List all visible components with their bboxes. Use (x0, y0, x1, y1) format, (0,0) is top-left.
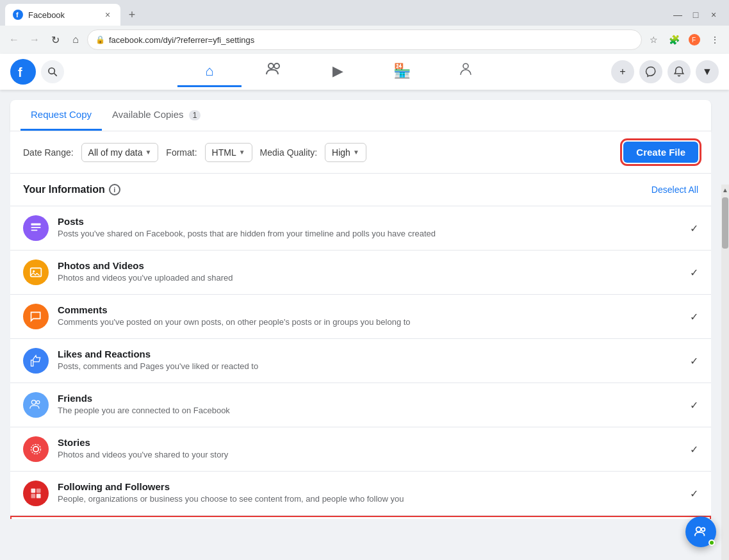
svg-point-24 (701, 528, 705, 532)
browser-title-bar: f Facebook × + — □ × (0, 0, 729, 26)
svg-point-16 (37, 400, 40, 404)
stories-name: Stories (58, 437, 681, 448)
home-icon: ⌂ (205, 63, 213, 79)
forward-button[interactable]: → (26, 31, 44, 49)
posts-desc: Posts you've shared on Facebook, posts t… (58, 228, 681, 240)
format-value: HTML (212, 147, 236, 158)
nav-marketplace[interactable]: 🏪 (370, 56, 434, 87)
refresh-button[interactable]: ↻ (46, 31, 64, 49)
main-content: Request Copy Available Copies 1 Date Ran… (0, 90, 729, 519)
tab-request-copy[interactable]: Request Copy (20, 100, 102, 131)
svg-point-5 (49, 68, 54, 74)
deselect-all-button[interactable]: Deselect All (651, 185, 698, 195)
browser-tab[interactable]: f Facebook × (5, 4, 120, 26)
scrollbar[interactable]: ▲ ▼ (721, 185, 729, 560)
maximize-button[interactable]: □ (688, 7, 703, 22)
back-button[interactable]: ← (5, 31, 23, 49)
browser-controls: ← → ↻ ⌂ 🔒 facebook.com/dyi/?referrer=yfi… (0, 26, 729, 54)
svg-text:F: F (692, 37, 696, 44)
friends-icon (266, 62, 281, 80)
filter-row: Date Range: All of my data ▼ Format: HTM… (10, 131, 711, 174)
likes-check[interactable]: ✓ (690, 355, 698, 367)
date-range-label: Date Range: (23, 147, 74, 158)
svg-point-18 (31, 445, 41, 454)
svg-point-17 (33, 447, 38, 452)
info-help-icon[interactable]: i (109, 184, 120, 195)
scrollbar-up-arrow[interactable]: ▲ (721, 185, 729, 195)
svg-line-6 (54, 73, 57, 76)
list-item: Likes and Reactions Posts, comments and … (10, 339, 711, 383)
stories-check[interactable]: ✓ (690, 443, 698, 456)
list-item: Comments Comments you've posted on your … (10, 295, 711, 339)
svg-rect-11 (31, 227, 41, 228)
following-desc: People, organizations or business you ch… (58, 493, 681, 505)
following-check[interactable]: ✓ (690, 488, 698, 500)
svg-rect-21 (31, 494, 36, 498)
info-section: Your Information i Deselect All Posts Po… (10, 174, 711, 519)
floating-chat-button[interactable] (685, 516, 716, 547)
quality-label: Media Quality: (260, 147, 317, 158)
minimize-button[interactable]: — (670, 7, 685, 22)
svg-rect-19 (31, 489, 36, 493)
photos-desc: Photos and videos you've uploaded and sh… (58, 272, 681, 284)
nav-right: + ▼ (611, 60, 719, 83)
available-copies-badge: 1 (189, 110, 201, 120)
menu-button[interactable]: ⋮ (706, 31, 724, 49)
svg-point-14 (33, 270, 35, 272)
svg-rect-12 (31, 230, 38, 231)
close-window-button[interactable]: × (706, 7, 721, 22)
date-range-dropdown[interactable]: All of my data ▼ (81, 143, 159, 162)
comments-name: Comments (58, 304, 681, 315)
url-text: facebook.com/dyi/?referrer=yfi_settings (109, 35, 634, 45)
quality-value: High (332, 147, 350, 158)
following-icon (23, 481, 49, 506)
browser-right-buttons: ☆ 🧩 F ⋮ (644, 31, 724, 49)
format-dropdown[interactable]: HTML ▼ (205, 143, 252, 162)
add-button[interactable]: + (611, 60, 634, 83)
photos-icon (23, 259, 49, 285)
likes-text: Likes and Reactions Posts, comments and … (58, 349, 681, 372)
address-bar[interactable]: 🔒 facebook.com/dyi/?referrer=yfi_setting… (87, 29, 642, 50)
home-button[interactable]: ⌂ (67, 31, 85, 49)
nav-groups[interactable] (434, 56, 498, 87)
posts-check[interactable]: ✓ (690, 222, 698, 235)
nav-watch[interactable]: ▶ (306, 56, 370, 87)
profile-avatar-button[interactable]: F (685, 31, 703, 49)
nav-friends[interactable] (242, 56, 306, 87)
friends-check[interactable]: ✓ (690, 399, 698, 411)
nav-home[interactable]: ⌂ (177, 56, 242, 87)
create-file-button[interactable]: Create File (623, 142, 698, 163)
likes-icon (23, 348, 49, 374)
facebook-navbar: f ⌂ ▶ 🏪 + ▼ (0, 54, 729, 90)
friends-icon (23, 392, 49, 418)
friends-name: Friends (58, 393, 681, 404)
notifications-button[interactable] (668, 60, 691, 83)
tab-title: Facebook (28, 10, 97, 20)
account-menu-button[interactable]: ▼ (696, 60, 719, 83)
extensions-button[interactable]: 🧩 (665, 31, 683, 49)
svg-point-9 (463, 63, 468, 69)
scrollbar-thumb[interactable] (722, 197, 728, 249)
comments-check[interactable]: ✓ (690, 311, 698, 323)
posts-name: Posts (58, 216, 681, 227)
svg-rect-10 (31, 224, 41, 226)
marketplace-icon: 🏪 (393, 63, 411, 79)
posts-icon (23, 215, 49, 241)
stories-text: Stories Photos and videos you've shared … (58, 437, 681, 461)
nav-center: ⌂ ▶ 🏪 (64, 56, 611, 87)
photos-check[interactable]: ✓ (690, 267, 698, 279)
quality-dropdown[interactable]: High ▼ (325, 143, 366, 162)
stories-desc: Photos and videos you've shared to your … (58, 449, 681, 461)
svg-text:f: f (16, 11, 19, 19)
tab-close-button[interactable]: × (102, 10, 113, 20)
search-button[interactable] (41, 60, 64, 83)
star-button[interactable]: ☆ (644, 31, 662, 49)
date-range-arrow-icon: ▼ (145, 149, 151, 156)
facebook-logo: f (10, 59, 36, 85)
messenger-button[interactable] (639, 60, 662, 83)
tab-available-copies[interactable]: Available Copies 1 (102, 100, 211, 131)
likes-name: Likes and Reactions (58, 349, 681, 359)
info-title: Your Information i (23, 184, 120, 195)
new-tab-button[interactable]: + (123, 6, 141, 24)
svg-point-8 (274, 63, 279, 69)
